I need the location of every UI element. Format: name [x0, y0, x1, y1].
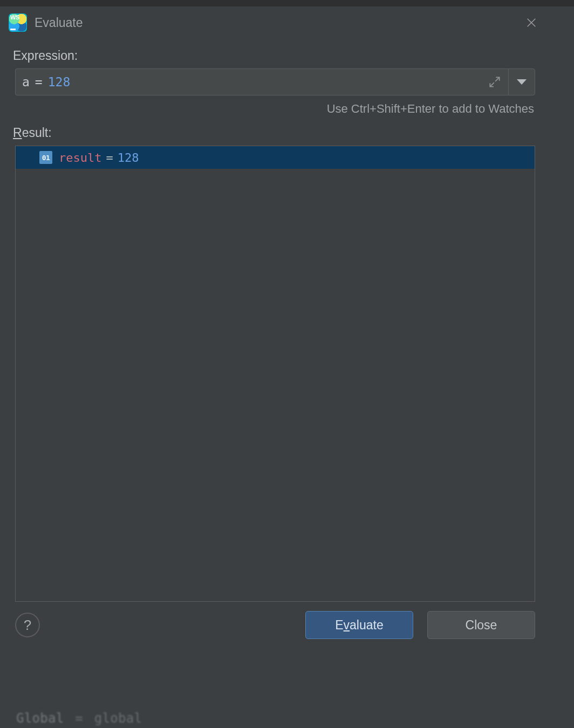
- expression-label: Expression:: [13, 49, 545, 63]
- dialog-title: Evaluate: [35, 16, 83, 30]
- evaluate-dialog: Evaluate Expression: a = 128 Use Ctrl+: [5, 6, 545, 638]
- title-bar: Evaluate: [5, 6, 545, 39]
- result-operator: =: [106, 151, 113, 164]
- dialog-footer: ? Evaluate Close: [15, 612, 535, 638]
- background-debug-variable: Global = global: [16, 711, 142, 726]
- svg-marker-2: [517, 79, 527, 85]
- expr-operator: =: [35, 75, 43, 89]
- expression-field-row: a = 128: [15, 68, 535, 95]
- help-icon: ?: [24, 617, 31, 634]
- evaluate-label-post: aluate: [350, 618, 384, 633]
- result-value: 128: [118, 151, 139, 164]
- evaluate-label-pre: E: [335, 618, 343, 633]
- expr-value: 128: [48, 75, 71, 89]
- expand-icon[interactable]: [488, 75, 502, 89]
- result-panel[interactable]: 01 result = 128: [15, 146, 535, 602]
- integer-type-icon: 01: [39, 151, 52, 164]
- evaluate-button[interactable]: Evaluate: [305, 611, 413, 639]
- result-variable-name: result: [59, 151, 101, 164]
- webstorm-app-icon: [9, 13, 27, 32]
- expression-history-dropdown[interactable]: [508, 68, 535, 95]
- close-button-label: Close: [466, 618, 497, 633]
- close-icon[interactable]: [523, 15, 539, 31]
- result-label: Result:: [13, 126, 545, 140]
- expression-input[interactable]: a = 128: [15, 68, 508, 95]
- expr-identifier: a: [22, 75, 30, 89]
- result-row[interactable]: 01 result = 128: [39, 146, 139, 169]
- close-button[interactable]: Close: [427, 611, 535, 639]
- watches-hint: Use Ctrl+Shift+Enter to add to Watches: [5, 102, 534, 116]
- help-button[interactable]: ?: [15, 613, 40, 637]
- evaluate-label-mnemonic: v: [344, 618, 350, 633]
- top-background-strip: [0, 0, 574, 6]
